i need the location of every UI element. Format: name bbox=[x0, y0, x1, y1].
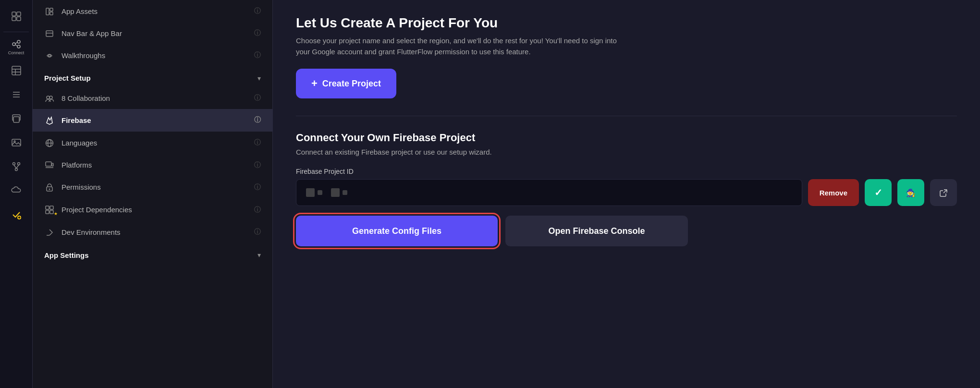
info-icon-dev-env: ⓘ bbox=[254, 228, 261, 236]
info-icon-languages: ⓘ bbox=[254, 138, 261, 147]
sidebar-item-languages-label: Languages bbox=[61, 139, 97, 147]
svg-rect-44 bbox=[46, 206, 49, 209]
app-settings-header[interactable]: App Settings ▾ bbox=[33, 243, 272, 264]
info-icon-3: ⓘ bbox=[254, 51, 261, 60]
sidebar-item-platforms-label: Platforms bbox=[61, 161, 92, 169]
info-icon-platforms: ⓘ bbox=[254, 161, 261, 170]
pixel-4 bbox=[343, 190, 347, 195]
svg-rect-9 bbox=[12, 66, 21, 75]
svg-rect-30 bbox=[50, 12, 53, 15]
sidebar-item-collaboration[interactable]: 8 Collaboration ⓘ bbox=[33, 87, 272, 109]
info-icon-collab: ⓘ bbox=[254, 94, 261, 102]
info-icon-proj-deps: ⓘ bbox=[254, 206, 261, 214]
project-deps-icon: ★ bbox=[44, 205, 55, 214]
image-icon[interactable] bbox=[6, 132, 27, 153]
connect-label: Connect bbox=[8, 50, 24, 55]
sidebar-item-languages[interactable]: Languages ⓘ bbox=[33, 132, 272, 154]
check-icon: ✓ bbox=[874, 187, 882, 198]
permissions-icon bbox=[44, 183, 55, 192]
table-icon[interactable] bbox=[6, 60, 27, 81]
app-assets-icon bbox=[44, 7, 55, 15]
svg-point-22 bbox=[15, 169, 17, 171]
sidebar-item-nav-bar-label: Nav Bar & App Bar bbox=[61, 29, 122, 37]
bottom-button-row: Generate Config Files Open Firebase Cons… bbox=[296, 216, 957, 246]
svg-rect-2 bbox=[12, 17, 16, 21]
svg-line-7 bbox=[15, 42, 17, 44]
info-icon-2: ⓘ bbox=[254, 29, 261, 37]
sidebar-item-dev-environments-label: Dev Environments bbox=[61, 228, 121, 236]
connect-firebase-title: Connect Your Own Firebase Project bbox=[296, 132, 957, 144]
create-project-button[interactable]: + Create Project bbox=[296, 69, 396, 98]
layers-icon[interactable] bbox=[6, 108, 27, 129]
sidebar-item-dev-environments[interactable]: Dev Environments ⓘ bbox=[33, 221, 272, 243]
sidebar-item-collaboration-label: 8 Collaboration bbox=[61, 94, 110, 102]
sidebar-item-platforms[interactable]: Platforms ⓘ bbox=[33, 154, 272, 176]
sidebar-item-walkthroughs[interactable]: Walkthroughs ⓘ bbox=[33, 44, 272, 66]
project-setup-chevron: ▾ bbox=[257, 74, 261, 82]
list-icon[interactable] bbox=[6, 84, 27, 105]
sidebar-item-app-assets[interactable]: App Assets ⓘ bbox=[33, 0, 272, 22]
svg-point-34 bbox=[47, 96, 49, 99]
open-firebase-console-button[interactable]: Open Firebase Console bbox=[505, 216, 688, 246]
pixel-2 bbox=[318, 190, 322, 195]
connect-firebase-desc: Connect an existing Firebase project or … bbox=[296, 148, 957, 156]
app-settings-chevron: ▾ bbox=[257, 251, 261, 259]
external-link-button[interactable] bbox=[930, 179, 957, 206]
svg-line-24 bbox=[16, 165, 19, 169]
external-link-icon bbox=[939, 188, 948, 198]
merge-icon[interactable] bbox=[6, 156, 27, 177]
grid-icon[interactable] bbox=[6, 6, 27, 27]
remove-button[interactable]: Remove bbox=[808, 179, 859, 206]
connect-nav-item[interactable]: Connect bbox=[6, 37, 27, 57]
svg-rect-47 bbox=[50, 210, 53, 214]
svg-point-21 bbox=[17, 163, 20, 165]
sidebar-item-permissions-label: Permissions bbox=[61, 183, 101, 191]
svg-rect-45 bbox=[50, 206, 53, 209]
svg-rect-40 bbox=[52, 163, 53, 166]
sidebar-item-nav-bar[interactable]: Nav Bar & App Bar ⓘ bbox=[33, 22, 272, 44]
project-setup-header[interactable]: Project Setup ▾ bbox=[33, 66, 272, 87]
svg-point-6 bbox=[17, 45, 20, 48]
sidebar-item-permissions[interactable]: Permissions ⓘ bbox=[33, 176, 272, 199]
create-project-desc: Choose your project name and select the … bbox=[296, 36, 632, 57]
wizard-button[interactable]: 🧙 bbox=[897, 179, 924, 206]
info-icon-firebase: ⓘ bbox=[254, 116, 261, 124]
svg-point-43 bbox=[49, 189, 50, 190]
sidebar-item-project-dependencies[interactable]: ★ Project Dependencies ⓘ bbox=[33, 198, 272, 221]
svg-rect-39 bbox=[46, 162, 51, 166]
create-project-btn-label: Create Project bbox=[322, 79, 381, 89]
open-firebase-console-label: Open Firebase Console bbox=[548, 226, 645, 236]
generate-config-files-button[interactable]: Generate Config Files bbox=[296, 216, 498, 246]
platforms-icon bbox=[44, 161, 55, 170]
project-setup-title: Project Setup bbox=[44, 74, 91, 82]
svg-rect-3 bbox=[17, 17, 21, 21]
sidebar-item-walkthroughs-label: Walkthroughs bbox=[61, 51, 105, 60]
sidebar-item-firebase-label: Firebase bbox=[61, 116, 91, 124]
svg-point-4 bbox=[12, 43, 15, 46]
firebase-input-row: Remove ✓ 🧙 bbox=[296, 179, 957, 206]
generate-config-files-label: Generate Config Files bbox=[352, 226, 441, 236]
check-button[interactable]: ✓ bbox=[865, 179, 892, 206]
firebase-icon bbox=[44, 116, 55, 125]
svg-point-20 bbox=[12, 163, 15, 165]
svg-line-51 bbox=[943, 190, 947, 193]
pixel-1 bbox=[306, 188, 315, 197]
cloud-icon[interactable] bbox=[6, 180, 27, 201]
check-add-icon[interactable] bbox=[6, 204, 27, 225]
svg-rect-1 bbox=[17, 12, 21, 16]
sidebar-item-firebase[interactable]: Firebase ⓘ bbox=[33, 109, 272, 132]
svg-point-33 bbox=[49, 55, 50, 57]
sidebar-item-project-dependencies-label: Project Dependencies bbox=[61, 206, 132, 214]
create-project-title: Let Us Create A Project For You bbox=[296, 15, 957, 31]
svg-rect-31 bbox=[46, 31, 53, 36]
walkthroughs-icon bbox=[44, 51, 55, 60]
svg-rect-28 bbox=[46, 8, 49, 15]
sidebar-item-app-assets-label: App Assets bbox=[61, 7, 98, 15]
pixel-3 bbox=[331, 188, 340, 197]
svg-line-8 bbox=[15, 45, 17, 46]
firebase-project-id-input[interactable] bbox=[296, 179, 802, 206]
svg-rect-18 bbox=[12, 139, 21, 146]
dev-env-icon bbox=[44, 228, 55, 237]
firebase-field-label: Firebase Project ID bbox=[296, 168, 957, 175]
remove-btn-label: Remove bbox=[820, 189, 847, 197]
